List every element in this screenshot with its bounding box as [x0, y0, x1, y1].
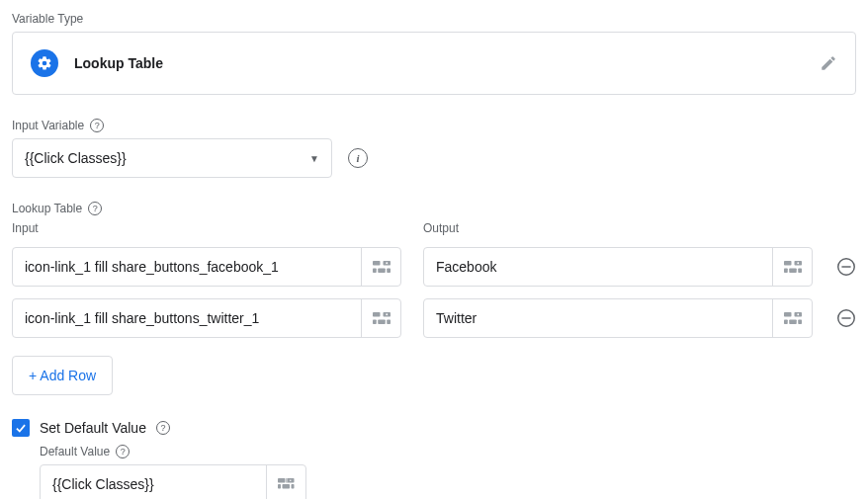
lookup-input-field [12, 247, 401, 287]
svg-rect-32 [278, 478, 286, 483]
svg-rect-4 [387, 269, 391, 274]
lookup-input[interactable] [13, 299, 361, 337]
svg-rect-18 [378, 320, 386, 325]
add-row-button[interactable]: + Add Row [12, 356, 113, 395]
variable-picker-icon[interactable] [361, 248, 400, 286]
svg-rect-21 [381, 313, 383, 316]
svg-rect-23 [784, 312, 792, 317]
svg-rect-9 [789, 269, 797, 274]
lookup-input-field [12, 298, 401, 338]
chevron-down-icon: ▼ [309, 153, 319, 164]
remove-row-icon[interactable] [834, 255, 858, 279]
variable-picker-icon[interactable] [361, 299, 400, 337]
help-icon[interactable]: ? [90, 119, 104, 132]
svg-rect-36 [291, 484, 294, 489]
set-default-checkbox[interactable] [12, 419, 30, 437]
svg-point-29 [797, 313, 799, 315]
svg-rect-5 [381, 262, 383, 265]
variable-picker-icon[interactable] [772, 248, 812, 286]
svg-point-13 [797, 262, 799, 264]
lookup-output[interactable] [424, 299, 772, 337]
help-icon[interactable]: ? [116, 445, 130, 458]
output-column-header: Output [423, 221, 813, 235]
variable-type-label: Variable Type [12, 12, 856, 26]
default-value-field [40, 464, 306, 499]
default-value-label: Default Value [40, 445, 110, 458]
svg-rect-26 [784, 320, 788, 325]
remove-row-icon[interactable] [834, 306, 858, 330]
svg-rect-0 [373, 261, 381, 266]
input-variable-label: Input Variable [12, 119, 84, 132]
lookup-output-field [423, 298, 813, 338]
svg-rect-11 [798, 269, 802, 274]
variable-picker-icon[interactable] [772, 299, 812, 337]
input-variable-value: {{Click Classes}} [25, 150, 127, 166]
lookup-output-field [423, 247, 813, 287]
svg-rect-28 [792, 313, 794, 316]
svg-point-39 [290, 480, 292, 482]
lookup-input[interactable] [13, 248, 361, 286]
variable-type-name: Lookup Table [74, 55, 163, 71]
svg-rect-12 [792, 262, 794, 265]
input-column-header: Input [12, 221, 401, 235]
variable-picker-icon[interactable] [266, 465, 305, 499]
edit-icon[interactable] [820, 54, 837, 72]
svg-rect-25 [789, 320, 797, 325]
lookup-output[interactable] [424, 248, 772, 286]
svg-rect-10 [784, 269, 788, 274]
help-icon[interactable]: ? [156, 421, 170, 435]
svg-point-6 [386, 262, 388, 264]
svg-rect-7 [784, 261, 792, 266]
info-icon[interactable]: i [348, 148, 368, 168]
svg-rect-3 [373, 269, 377, 274]
svg-rect-34 [282, 484, 290, 489]
lookup-table-label: Lookup Table [12, 202, 82, 215]
gear-icon [31, 49, 58, 77]
help-icon[interactable]: ? [88, 202, 102, 215]
default-value-input[interactable] [41, 465, 266, 499]
svg-rect-35 [278, 484, 281, 489]
svg-rect-19 [373, 320, 377, 325]
svg-rect-20 [387, 320, 391, 325]
svg-rect-27 [798, 320, 802, 325]
set-default-label: Set Default Value [40, 420, 146, 436]
svg-point-22 [386, 313, 388, 315]
variable-type-card[interactable]: Lookup Table [12, 32, 856, 95]
input-variable-select[interactable]: {{Click Classes}} ▼ [12, 138, 332, 178]
svg-rect-2 [378, 269, 386, 274]
svg-rect-16 [373, 312, 381, 317]
